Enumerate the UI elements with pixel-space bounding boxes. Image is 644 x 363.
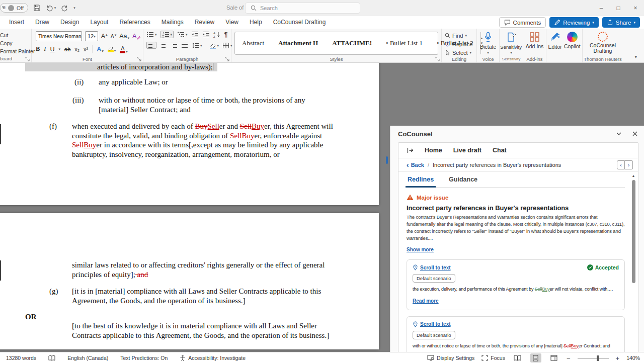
style-abstract[interactable]: Abstract bbox=[235, 39, 271, 47]
subscript-button[interactable]: x₂ bbox=[74, 46, 79, 52]
read-mode-button[interactable] bbox=[512, 353, 523, 362]
panel-collapse-icon[interactable] bbox=[616, 131, 622, 137]
cut-button[interactable]: Cut bbox=[0, 31, 31, 39]
tab-review[interactable]: Review bbox=[189, 16, 220, 29]
language-status[interactable]: English (Canada) bbox=[67, 355, 108, 361]
tab-draw[interactable]: Draw bbox=[30, 16, 55, 29]
style-bullet-list-1[interactable]: • Bullet List 1 bbox=[379, 39, 430, 47]
copilot-button[interactable]: Copilot bbox=[564, 29, 581, 50]
superscript-button[interactable]: x² bbox=[84, 46, 88, 52]
editor-button[interactable]: Editor bbox=[548, 29, 561, 50]
minimize-button[interactable]: – bbox=[593, 0, 610, 16]
tab-cocounsel-drafting[interactable]: CoCounsel Drafting bbox=[268, 16, 332, 29]
web-layout-button[interactable] bbox=[548, 353, 559, 362]
clear-formatting-button[interactable]: A bbox=[132, 33, 141, 40]
zoom-out-button[interactable]: − bbox=[567, 354, 571, 362]
replace-button[interactable]: Replace bbox=[445, 40, 476, 48]
font-size-combo[interactable]: 12▾ bbox=[85, 31, 98, 41]
italic-button[interactable]: I bbox=[44, 45, 46, 53]
decrease-indent-button[interactable] bbox=[191, 31, 199, 38]
bullet-list-button[interactable]: ▾ bbox=[146, 31, 157, 38]
align-left-button[interactable] bbox=[146, 42, 156, 49]
undo-dropdown-icon[interactable]: ▾ bbox=[54, 6, 56, 10]
panel-goto-icon[interactable] bbox=[407, 147, 414, 154]
word-count[interactable]: 13280 words bbox=[6, 355, 36, 361]
tab-design[interactable]: Design bbox=[55, 16, 85, 29]
tab-help[interactable]: Help bbox=[244, 16, 268, 29]
previous-issue-button[interactable]: ‹ bbox=[617, 160, 625, 169]
style-attachment-h[interactable]: Attachment H bbox=[271, 39, 325, 47]
panel-close-icon[interactable] bbox=[632, 131, 638, 137]
text-effects-button[interactable]: A▾ bbox=[97, 46, 104, 53]
tab-guidance[interactable]: Guidance bbox=[448, 172, 478, 187]
tab-insert[interactable]: Insert bbox=[4, 16, 30, 29]
accessibility-status[interactable]: Accessibility: Investigate bbox=[180, 355, 246, 361]
focus-button[interactable]: Focus bbox=[481, 355, 505, 361]
underline-dropdown-icon[interactable]: ▾ bbox=[59, 47, 61, 51]
collapse-ribbon-icon[interactable]: ▾ bbox=[634, 55, 637, 59]
format-painter-button[interactable]: Format Painter bbox=[0, 47, 31, 55]
highlight-button[interactable]: ▾ bbox=[108, 46, 116, 52]
autosave-toggle[interactable]: AutoSave Off bbox=[0, 3, 28, 13]
next-issue-button[interactable]: › bbox=[625, 160, 633, 169]
styles-dialog-launcher[interactable] bbox=[435, 57, 440, 61]
increase-indent-button[interactable] bbox=[202, 31, 210, 38]
panel-scrollbar-thumb[interactable] bbox=[632, 180, 635, 283]
add-ins-button[interactable]: Add-ins bbox=[523, 29, 546, 49]
paragraph-dialog-launcher[interactable] bbox=[225, 57, 229, 61]
print-layout-button[interactable] bbox=[530, 353, 541, 362]
tab-mailings[interactable]: Mailings bbox=[156, 16, 189, 29]
align-right-button[interactable] bbox=[171, 42, 178, 48]
style-attachment-caps[interactable]: ATTACHME! bbox=[325, 39, 379, 47]
panel-nav-chat[interactable]: Chat bbox=[493, 147, 507, 154]
select-button[interactable]: Select▾ bbox=[445, 48, 476, 57]
proofing-icon[interactable] bbox=[48, 355, 55, 361]
grow-font-button[interactable]: A▴ bbox=[101, 33, 108, 40]
tab-home[interactable]: Home bbox=[0, 16, 4, 29]
sensitivity-button[interactable]: Sensitivity ▾ bbox=[500, 29, 523, 54]
comments-button[interactable]: Comments bbox=[499, 17, 546, 28]
font-color-button[interactable]: A▾ bbox=[120, 45, 128, 53]
line-spacing-button[interactable]: ▾ bbox=[192, 42, 202, 49]
show-more-link[interactable]: Show more bbox=[407, 247, 434, 252]
underline-button[interactable]: U bbox=[50, 46, 55, 53]
panel-resize-handle[interactable] bbox=[386, 156, 388, 164]
borders-button[interactable]: ▾ bbox=[222, 42, 232, 49]
bold-button[interactable]: B bbox=[36, 45, 40, 53]
reviewing-button[interactable]: Reviewing ▾ bbox=[549, 17, 599, 28]
font-dialog-launcher[interactable] bbox=[137, 57, 141, 61]
multilevel-list-button[interactable]: ▾ bbox=[177, 31, 188, 38]
cocounsel-drafting-button[interactable]: CoCounsel Drafting bbox=[583, 29, 623, 54]
read-more-link[interactable]: Read more bbox=[413, 298, 439, 304]
change-case-button[interactable]: Aa▾ bbox=[119, 33, 129, 40]
undo-button[interactable]: ▾ bbox=[46, 4, 56, 12]
copy-button[interactable]: Copy bbox=[0, 39, 31, 47]
maximize-button[interactable]: □ bbox=[610, 0, 627, 16]
align-center-button[interactable] bbox=[160, 42, 167, 48]
display-settings-button[interactable]: Display Settings bbox=[427, 355, 474, 361]
strikethrough-button[interactable]: ab bbox=[64, 46, 70, 52]
zoom-slider-handle[interactable] bbox=[597, 355, 599, 361]
sort-button[interactable]: AZ bbox=[213, 31, 221, 38]
panel-nav-live-draft[interactable]: Live draft bbox=[453, 147, 481, 154]
numbered-list-button[interactable]: ▾ bbox=[160, 31, 174, 38]
tab-redlines[interactable]: Redlines bbox=[407, 172, 435, 187]
tab-references[interactable]: References bbox=[114, 16, 155, 29]
redo-button[interactable] bbox=[61, 4, 68, 12]
qat-customize-icon[interactable]: ▾ bbox=[73, 6, 75, 10]
text-predictions-status[interactable]: Text Predictions: On bbox=[120, 355, 168, 361]
shading-button[interactable]: ▾ bbox=[209, 42, 219, 49]
doc-line-bylaws[interactable]: articles of incorporation and by-laws); bbox=[97, 63, 213, 72]
scroll-to-text-link[interactable]: Scroll to text bbox=[413, 321, 451, 327]
search-input[interactable]: Search bbox=[245, 3, 360, 14]
share-button[interactable]: Share ▾ bbox=[602, 17, 640, 28]
panel-nav-home[interactable]: Home bbox=[425, 147, 442, 154]
scroll-to-text-link[interactable]: Scroll to text bbox=[413, 264, 451, 270]
back-link[interactable]: ‹Back bbox=[407, 161, 424, 169]
find-button[interactable]: Find▾ bbox=[445, 31, 476, 40]
show-formatting-button[interactable]: ¶ bbox=[224, 31, 228, 38]
justify-button[interactable] bbox=[181, 42, 188, 48]
zoom-level[interactable]: 140% bbox=[626, 355, 640, 361]
zoom-in-button[interactable]: + bbox=[616, 354, 620, 362]
tab-view[interactable]: View bbox=[220, 16, 244, 29]
